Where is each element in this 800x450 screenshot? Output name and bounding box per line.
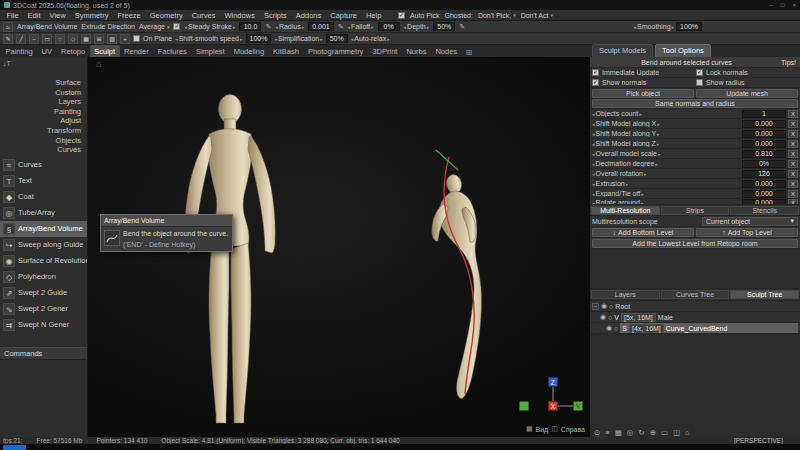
extrusion-spinner[interactable]: Extrusion: [592, 180, 742, 187]
expand-tie-spinner[interactable]: Expand/Tie off: [592, 190, 742, 197]
auto-pick-checkbox[interactable]: ✓: [398, 12, 405, 19]
show-radius-option[interactable]: Show radius: [696, 79, 798, 86]
pick-object-button[interactable]: Pick object: [592, 89, 694, 98]
draw-curve-icon[interactable]: ~: [29, 34, 39, 44]
home-view-icon[interactable]: ⌂: [685, 428, 690, 437]
shift-y-spinner[interactable]: Shift Model along Y: [592, 130, 742, 137]
3d-viewport[interactable]: ⌂: [88, 57, 590, 437]
immediate-update-option[interactable]: ✓Immediate Update: [592, 69, 694, 76]
model-scale-reset-button[interactable]: X: [788, 150, 798, 158]
tab-retopo[interactable]: Retopo: [57, 45, 90, 57]
tool-item-swept-2-gener[interactable]: ⇘Swept 2 Gener: [0, 301, 87, 317]
taskbar-app-button[interactable]: [3, 445, 26, 450]
maximize-button[interactable]: □: [781, 2, 785, 8]
objects-count-spinner[interactable]: Objects count: [592, 110, 742, 117]
section-transform[interactable]: Transform: [0, 126, 81, 136]
menu-geometry[interactable]: Geometry: [145, 11, 187, 20]
shift-x-spinner[interactable]: Shift Model along X: [592, 120, 742, 127]
section-layers[interactable]: Layers: [0, 97, 81, 107]
tool-item-text[interactable]: TText: [0, 173, 87, 189]
immediate-update-checkbox[interactable]: ✓: [592, 69, 599, 76]
menu-edit[interactable]: Edit: [23, 11, 45, 20]
extrude-direction-label[interactable]: Extrude Direction: [81, 23, 135, 30]
rotation-reset-button[interactable]: X: [788, 170, 798, 178]
section-surface[interactable]: Surface: [0, 78, 81, 88]
menu-view[interactable]: View: [45, 11, 70, 20]
menu-symmetry[interactable]: Symmetry: [70, 11, 113, 20]
lock-normals-checkbox[interactable]: ✓: [696, 69, 703, 76]
shift-y-value[interactable]: 0.000: [742, 130, 786, 138]
tool-item-array-bend-volume[interactable]: §Array/Bend Volume: [0, 221, 87, 237]
tab-nodes[interactable]: Nodes: [431, 45, 462, 57]
show-normals-checkbox[interactable]: ✓: [592, 79, 599, 86]
draw-grid-icon[interactable]: ▦: [81, 34, 91, 44]
add-top-level-button[interactable]: ↑Add Top Level: [696, 228, 798, 237]
expand-tie-value[interactable]: 0.000: [742, 190, 786, 198]
shift-z-value[interactable]: 0.000: [742, 140, 786, 148]
tab-sculpt-tree[interactable]: Sculpt Tree: [730, 290, 799, 299]
eye-icon[interactable]: ◉: [600, 313, 606, 321]
radius-value[interactable]: 0.001: [308, 22, 334, 31]
menu-freeze[interactable]: Freeze: [113, 11, 145, 20]
target-icon[interactable]: ◎: [627, 428, 634, 437]
tool-item-polyhedron[interactable]: ◇Polyhedron: [0, 269, 87, 285]
draw-rect-icon[interactable]: ▭: [42, 34, 52, 44]
section-custom[interactable]: Custom: [0, 88, 81, 98]
same-normals-button[interactable]: Same normals and radius: [592, 99, 798, 108]
tool-item-curves[interactable]: ≈Curves: [0, 157, 87, 173]
menu-capture[interactable]: Capture: [326, 11, 362, 20]
tree-row-curve-bend[interactable]: ◉ ○ S [4x, 16M] Curve_CurvedBend: [590, 323, 800, 334]
extrusion-reset-button[interactable]: X: [788, 180, 798, 188]
view-orientation-label[interactable]: ▦ Вид ◫ Справа: [526, 425, 585, 433]
collapse-icon[interactable]: −: [592, 303, 599, 310]
shift-z-spinner[interactable]: Shift Model along Z: [592, 140, 742, 147]
tree-row-root[interactable]: − ◉ ○ Root: [590, 301, 800, 312]
tab-tool-options[interactable]: Tool Options: [655, 44, 711, 58]
eye-icon[interactable]: ◉: [606, 324, 612, 332]
tab-uv[interactable]: UV: [37, 45, 56, 57]
extrusion-value[interactable]: 0.000: [742, 180, 786, 188]
split-view-icon[interactable]: ◫: [673, 428, 680, 437]
draw-line-icon[interactable]: ╱: [16, 34, 26, 44]
auto-relax-spinner[interactable]: Auto-relax: [351, 35, 390, 42]
grid-icon[interactable]: ▦: [615, 428, 622, 437]
steady-stroke-spinner[interactable]: Steady Stroke: [184, 23, 235, 30]
tool-item-swept-2-guide[interactable]: ⇗Swept 2 Guide: [0, 285, 87, 301]
decimation-reset-button[interactable]: X: [788, 160, 798, 168]
tab-painting[interactable]: Painting: [1, 45, 37, 57]
tab-kitbash[interactable]: KitBash: [269, 45, 304, 57]
ghost-icon[interactable]: ○: [614, 325, 618, 332]
falloff-spinner[interactable]: Falloff: [348, 23, 374, 30]
radius-pressure-icon[interactable]: ✎: [265, 23, 271, 31]
average-dropdown[interactable]: Average: [139, 23, 169, 30]
rotate-view-icon[interactable]: ↻: [638, 428, 644, 437]
eye-icon[interactable]: ◉: [601, 302, 607, 310]
tab-modeling[interactable]: Modeling: [229, 45, 268, 57]
simplification-spinner[interactable]: Simplification: [274, 35, 322, 42]
voxel-mode-badge[interactable]: V: [614, 314, 619, 321]
commands-section-header[interactable]: Commands: [0, 347, 87, 360]
tab-strips[interactable]: Strips: [661, 206, 730, 215]
draw-stamp-icon[interactable]: ⊞: [94, 34, 104, 44]
model-scale-value[interactable]: 0.810: [742, 150, 786, 158]
expand-tie-reset-button[interactable]: X: [788, 190, 798, 198]
section-objects[interactable]: Objects: [0, 136, 81, 146]
objects-count-value[interactable]: 1: [742, 110, 786, 118]
add-view-icon[interactable]: ⊕: [650, 428, 656, 437]
draw-poly-icon[interactable]: ◇: [68, 34, 78, 44]
ghost-act-dropdown[interactable]: Don't Act: [521, 12, 553, 19]
show-radius-checkbox[interactable]: [696, 79, 703, 86]
menu-help[interactable]: Help: [361, 11, 385, 20]
add-tab-icon[interactable]: ⊞: [462, 48, 477, 57]
shift-x-reset-button[interactable]: X: [788, 120, 798, 128]
multires-scope-dropdown[interactable]: Current object ▾: [702, 217, 798, 226]
falloff-value[interactable]: 0%: [378, 22, 400, 31]
tab-sculpt[interactable]: Sculpt: [90, 45, 120, 57]
shift-y-reset-button[interactable]: X: [788, 130, 798, 138]
gizmo-free-handle[interactable]: [520, 402, 529, 411]
tool-item-surface-of-revolution[interactable]: ◉Surface of Revolution: [0, 253, 87, 269]
frame-icon[interactable]: ▭: [661, 428, 668, 437]
section-adjust[interactable]: Adjust: [0, 116, 81, 126]
tool-item-coat[interactable]: ◆Coat: [0, 189, 87, 205]
smoothing-value[interactable]: 100%: [676, 22, 702, 31]
